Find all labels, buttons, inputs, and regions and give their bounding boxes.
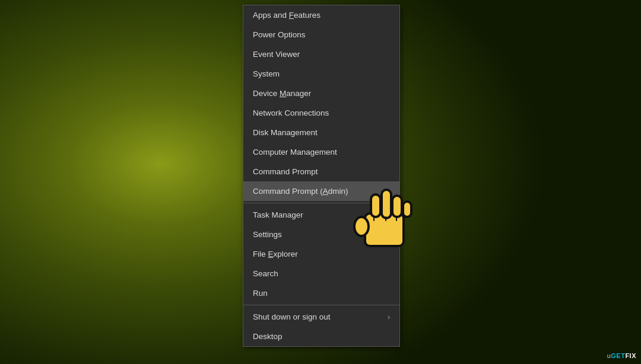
menu-item-label-network-connections: Network Connections xyxy=(253,108,329,117)
menu-item-label-command-prompt: Command Prompt xyxy=(253,167,318,176)
menu-item-label-shut-down-sign-out: Shut down or sign out xyxy=(253,312,331,321)
menu-item-label-power-options: Power Options xyxy=(253,30,306,39)
menu-item-shut-down-sign-out[interactable]: Shut down or sign out› xyxy=(243,307,399,327)
menu-item-power-options[interactable]: Power Options xyxy=(243,25,399,44)
menu-item-network-connections[interactable]: Network Connections xyxy=(243,103,399,123)
menu-item-command-prompt[interactable]: Command Prompt xyxy=(243,162,399,181)
menu-item-file-explorer[interactable]: File Explorer xyxy=(243,244,399,264)
watermark-brand: GET xyxy=(611,352,625,359)
menu-item-label-disk-management: Disk Management xyxy=(253,128,318,137)
watermark: uGETFIX xyxy=(607,352,636,359)
menu-item-label-file-explorer: File Explorer xyxy=(253,250,298,258)
menu-item-disk-management[interactable]: Disk Management xyxy=(243,123,399,142)
menu-item-system[interactable]: System xyxy=(243,64,399,84)
menu-item-label-system: System xyxy=(253,69,280,78)
menu-item-label-search: Search xyxy=(253,269,278,278)
submenu-arrow-icon: › xyxy=(388,313,390,321)
menu-divider xyxy=(243,203,399,203)
menu-item-settings[interactable]: Settings xyxy=(243,225,399,244)
menu-item-device-manager[interactable]: Device Manager xyxy=(243,84,399,103)
menu-item-task-manager[interactable]: Task Manager xyxy=(243,205,399,225)
menu-item-command-prompt-admin[interactable]: Command Prompt (Admin) xyxy=(243,181,399,201)
menu-divider xyxy=(243,305,399,305)
menu-item-event-viewer[interactable]: Event Viewer xyxy=(243,44,399,64)
menu-item-desktop[interactable]: Desktop xyxy=(243,327,399,346)
menu-item-search[interactable]: Search xyxy=(243,264,399,283)
menu-item-label-settings: Settings xyxy=(253,230,282,239)
menu-item-label-command-prompt-admin: Command Prompt (Admin) xyxy=(253,187,348,196)
menu-item-label-desktop: Desktop xyxy=(253,332,283,341)
menu-item-label-task-manager: Task Manager xyxy=(253,210,303,219)
menu-item-label-apps-features: Apps and Features xyxy=(253,11,320,20)
context-menu: Apps and FeaturesPower OptionsEvent View… xyxy=(243,5,400,347)
menu-item-label-computer-management: Computer Management xyxy=(253,148,337,157)
menu-item-apps-features[interactable]: Apps and Features xyxy=(243,5,399,25)
menu-item-run[interactable]: Run xyxy=(243,283,399,303)
menu-item-computer-management[interactable]: Computer Management xyxy=(243,142,399,162)
menu-item-label-event-viewer: Event Viewer xyxy=(253,50,300,59)
menu-item-label-run: Run xyxy=(253,289,268,298)
watermark-suffix: FIX xyxy=(625,352,636,359)
menu-item-label-device-manager: Device Manager xyxy=(253,89,311,98)
